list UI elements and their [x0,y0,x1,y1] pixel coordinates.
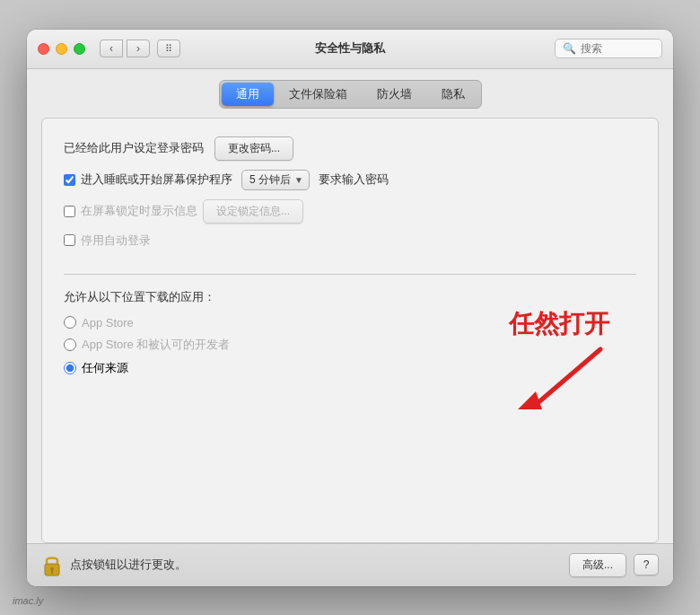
sleep-checkbox-row: 进入睡眠或开始屏幕保护程序 5 分钟后 ▼ 要求输入密码 [64,170,636,190]
close-button[interactable] [38,43,49,55]
annotation-text: 任然打开 [509,307,609,341]
password-section: 已经给此用户设定登录密码 更改密码... 进入睡眠或开始屏幕保护程序 5 分钟后… [64,136,636,249]
annotation: 任然打开 [484,307,609,417]
tab-general[interactable]: 通用 [222,83,274,106]
lock-screen-checkbox[interactable] [64,206,75,217]
password-label: 已经给此用户设定登录密码 [64,140,204,156]
disable-autologin-row: 停用自动登录 [64,233,636,249]
password-row: 已经给此用户设定登录密码 更改密码... [64,136,636,161]
radio-appstore-label: App Store [82,316,134,329]
search-icon: 🔍 [563,42,576,55]
nav-buttons: ‹ › [100,40,150,57]
help-button[interactable]: ? [634,554,659,575]
radio-appstore-dev-label: App Store 和被认可的开发者 [82,337,230,353]
svg-line-0 [538,349,600,403]
download-section: 允许从以下位置下载的应用： App Store App Store 和被认可的开… [64,289,636,524]
search-input[interactable] [581,42,661,55]
window-title: 安全性与隐私 [315,40,385,57]
lock-label: 点按锁钮以进行更改。 [70,557,569,573]
search-box: 🔍 [555,39,662,58]
radio-appstore[interactable] [64,316,76,329]
sleep-dropdown[interactable]: 5 分钟后 ▼ [241,170,310,190]
svg-rect-4 [51,570,53,574]
lock-screen-row: 在屏幕锁定时显示信息 设定锁定信息... [64,199,636,224]
radio-anywhere[interactable] [64,362,76,374]
minimize-button[interactable] [56,43,67,55]
lock-icon [41,552,63,577]
tab-bar: 通用 文件保险箱 防火墙 隐私 [27,69,673,118]
change-password-button[interactable]: 更改密码... [214,136,293,161]
back-button[interactable]: ‹ [100,40,123,57]
window: ‹ › ⠿ 安全性与隐私 🔍 通用 文件保险箱 防火墙 隐私 已经给此用户设定登… [27,30,673,586]
set-lock-info-button[interactable]: 设定锁定信息... [203,199,303,224]
tab-group: 通用 文件保险箱 防火墙 隐私 [219,80,482,109]
dropdown-arrow-icon: ▼ [294,175,303,185]
section-divider [64,274,636,275]
annotation-arrow [484,345,609,417]
titlebar: ‹ › ⠿ 安全性与隐私 🔍 [27,30,673,69]
tab-firewall[interactable]: 防火墙 [363,83,426,106]
tab-filevault[interactable]: 文件保险箱 [275,83,362,106]
traffic-lights [38,43,85,55]
advanced-button[interactable]: 高级... [569,553,626,577]
disable-autologin-checkbox[interactable] [64,234,75,246]
radio-anywhere-label: 任何来源 [82,360,128,376]
download-section-label: 允许从以下位置下载的应用： [64,289,636,305]
maximize-button[interactable] [74,43,85,55]
sleep-checkbox[interactable] [64,174,75,186]
svg-marker-1 [518,391,542,409]
grid-button[interactable]: ⠿ [157,40,180,57]
watermark: imac.ly [13,595,43,606]
bottom-right: 高级... ? [569,553,659,577]
disable-autologin-label: 停用自动登录 [81,233,151,249]
lock-screen-label: 在屏幕锁定时显示信息 [81,203,197,219]
content-area: 已经给此用户设定登录密码 更改密码... 进入睡眠或开始屏幕保护程序 5 分钟后… [41,118,659,543]
require-password-label: 要求输入密码 [319,171,389,188]
forward-button[interactable]: › [127,40,150,57]
radio-appstore-developer[interactable] [64,338,76,351]
bottom-bar: 点按锁钮以进行更改。 高级... ? [27,543,673,586]
tab-privacy[interactable]: 隐私 [427,83,479,106]
sleep-label: 进入睡眠或开始屏幕保护程序 [81,171,232,188]
sleep-dropdown-value: 5 分钟后 [249,172,291,188]
